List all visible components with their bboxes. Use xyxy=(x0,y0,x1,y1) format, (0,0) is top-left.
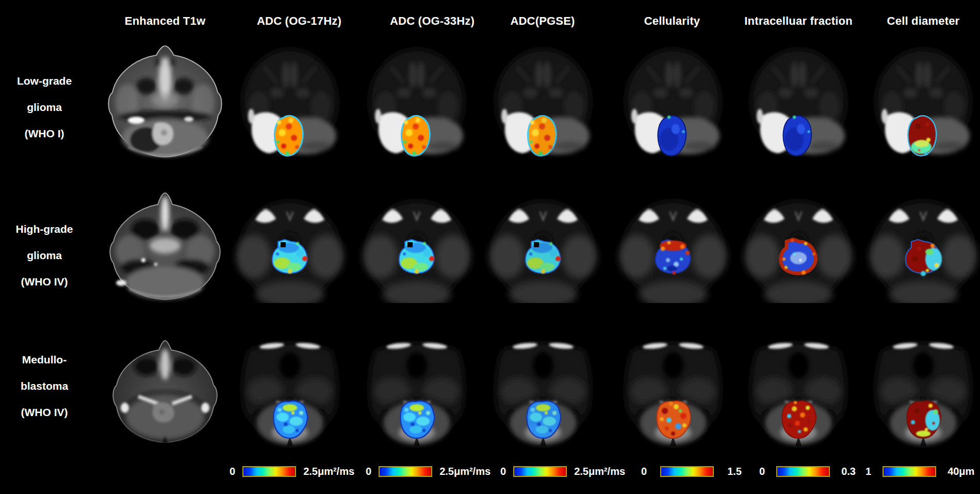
colorbar-max-label: 2.5μm²/ms xyxy=(303,466,354,477)
mri-panel-r2-cellularity xyxy=(611,182,735,303)
row-label-line: blastoma xyxy=(21,380,68,392)
mri-panel-r3-cellularity xyxy=(611,334,735,448)
mri-panel-r2-adc-og33 xyxy=(355,182,479,303)
row-label-medulloblastoma: Medullo- blastoma (WHO IV) xyxy=(0,354,89,419)
row-label-line: glioma xyxy=(27,249,62,262)
mri-panel-r2-adc-pgse xyxy=(481,182,605,303)
column-header-cellularity: Cellularity xyxy=(644,14,700,28)
colorbar-max-label: 2.5μm²/ms xyxy=(439,466,491,477)
colorbar-adc-og17: 0 2.5μm²/ms xyxy=(230,464,354,479)
mri-panel-r2-cell-diameter xyxy=(861,182,980,303)
jet-colorbar xyxy=(883,466,936,477)
column-header-intracellular-fraction: Intracelluar fraction xyxy=(744,14,853,28)
row-label-line: Low-grade xyxy=(17,75,72,87)
mri-panel-r1-intracellular-fraction xyxy=(737,39,860,160)
mri-panel-r1-cell-diameter xyxy=(861,39,980,160)
colorbar-adc-og33: 0 2.5μm²/ms xyxy=(366,464,491,479)
mri-panel-r3-adc-og17 xyxy=(228,334,352,448)
mri-panel-r3-intracellular-fraction xyxy=(737,334,860,448)
mri-panel-r2-intracellular-fraction xyxy=(737,182,860,303)
jet-colorbar xyxy=(776,466,830,477)
mri-panel-r3-enhanced-t1w xyxy=(93,334,237,448)
mri-panel-r2-adc-og17 xyxy=(228,182,352,303)
row-label-line: (WHO IV) xyxy=(21,406,68,419)
colorbar-intracellular-fraction: 0 0.3 xyxy=(759,464,856,479)
column-header-enhanced-t1w: Enhanced T1w xyxy=(125,14,205,28)
mri-panel-r3-adc-pgse xyxy=(481,334,605,448)
jet-colorbar xyxy=(379,466,432,477)
column-header-cell-diameter: Cell diameter xyxy=(887,14,960,28)
colorbar-min-label: 0 xyxy=(366,466,371,477)
mri-panel-r3-cell-diameter xyxy=(861,334,980,448)
row-label-high-grade-glioma: High-grade glioma (WHO IV) xyxy=(0,223,89,288)
colorbar-min-label: 0 xyxy=(641,466,647,477)
mri-panel-r3-adc-og33 xyxy=(355,334,479,448)
row-label-line: High-grade xyxy=(16,223,73,235)
column-header-adc-og-33hz: ADC (OG-33Hz) xyxy=(390,14,475,28)
row-label-line: Medullo- xyxy=(22,354,67,366)
colorbar-cellularity: 0 1.5 xyxy=(641,464,742,479)
colorbar-cell-diameter: 1 40μm xyxy=(865,464,974,479)
colorbar-min-label: 1 xyxy=(865,466,871,477)
mri-panel-r1-adc-og17 xyxy=(228,39,352,160)
mri-panel-r1-cellularity xyxy=(611,39,735,160)
mri-panel-r1-enhanced-t1w xyxy=(93,39,237,160)
jet-colorbar xyxy=(660,466,714,477)
mri-panel-r1-adc-og33 xyxy=(355,39,479,160)
mri-panel-r1-adc-pgse xyxy=(481,39,605,160)
colorbar-min-label: 0 xyxy=(230,466,235,477)
row-label-low-grade-glioma: Low-grade glioma (WHO I) xyxy=(0,75,89,140)
row-label-line: (WHO I) xyxy=(25,128,64,140)
colorbar-adc-pgse: 0 2.5μm²/ms xyxy=(500,464,625,479)
jet-colorbar xyxy=(242,466,296,477)
colorbar-max-label: 2.5μm²/ms xyxy=(574,466,625,477)
row-label-line: (WHO IV) xyxy=(21,276,68,288)
column-header-adc-pgse: ADC(PGSE) xyxy=(510,14,575,28)
colorbar-max-label: 40μm xyxy=(948,466,974,477)
colorbar-min-label: 0 xyxy=(500,466,506,477)
row-label-line: glioma xyxy=(27,101,62,114)
colorbar-min-label: 0 xyxy=(759,466,765,477)
colorbar-max-label: 0.3 xyxy=(841,466,856,477)
colorbar-max-label: 1.5 xyxy=(727,466,742,477)
jet-colorbar xyxy=(513,466,567,477)
figure-canvas: Enhanced T1w ADC (OG-17Hz) ADC (OG-33Hz)… xyxy=(0,0,980,494)
mri-panel-r2-enhanced-t1w xyxy=(93,182,237,303)
column-header-adc-og-17hz: ADC (OG-17Hz) xyxy=(257,14,341,28)
